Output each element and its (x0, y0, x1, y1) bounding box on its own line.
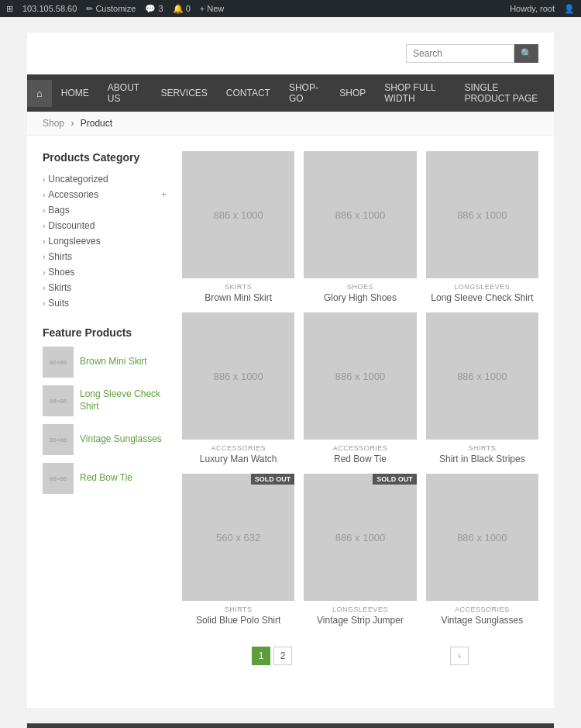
category-item[interactable]: › Uncategorized (43, 171, 167, 187)
product-image-3: 886 x 1000 (182, 312, 294, 440)
product-card-1[interactable]: 886 x 1000 SHOES Glory High Shoes (304, 151, 416, 303)
product-category-5: SHIRTS (426, 444, 538, 452)
site-wrapper: 🔍 ⌂ HOME ABOUT US SERVICES CONTACT SHOP-… (27, 33, 554, 708)
product-category-7: LONGSLEEVES (304, 606, 416, 613)
feature-item-1[interactable]: 86×86 Long Sleeve Check Shirt (43, 385, 167, 416)
search-button[interactable]: 🔍 (514, 44, 538, 63)
nav-shop-go[interactable]: SHOP-GO (280, 74, 330, 112)
product-card-6[interactable]: 560 x 632 SOLD OUT SHIRTS Solid Blue Pol… (182, 474, 294, 626)
nav-shop[interactable]: SHOP (330, 80, 375, 106)
nav-about[interactable]: ABOUT US (98, 74, 152, 112)
breadcrumb-shop[interactable]: Shop (43, 118, 64, 129)
product-card-4[interactable]: 886 x 1000 ACCESSORIES Red Bow Tie (304, 312, 416, 464)
product-name-4: Red Bow Tie (304, 454, 416, 464)
sidebar: Products Category › Uncategorized › Acce… (43, 151, 167, 677)
category-item[interactable]: › Accessories+ (43, 187, 167, 202)
sold-out-badge-6: SOLD OUT (251, 474, 295, 485)
feature-item-0[interactable]: 86×86 Brown Mini Skirt (43, 347, 167, 378)
product-category-3: ACCESSORIES (182, 444, 294, 452)
arrow-icon: › (43, 175, 45, 184)
arrow-icon: › (43, 237, 45, 246)
feature-thumb-0: 86×86 (43, 347, 74, 378)
pagination: 1 2 › (182, 635, 538, 677)
feature-title-1: Long Sleeve Check Shirt (80, 388, 167, 412)
site-footer: © Theme by Purethemes.net. All Rights Re… (27, 723, 554, 728)
home-nav-icon[interactable]: ⌂ (27, 80, 52, 107)
wp-icon: ⊞ (6, 4, 13, 14)
feature-item-3[interactable]: 86×86 Red Bow Tie (43, 463, 167, 494)
product-image-6: 560 x 632 SOLD OUT (182, 474, 294, 601)
product-card-5[interactable]: 886 x 1000 SHIRTS Shirt in Black Stripes (426, 312, 538, 464)
nav-services[interactable]: SERVICES (151, 80, 216, 106)
products-section: 886 x 1000 SKIRTS Brown Mini Skirt 886 x… (182, 151, 538, 677)
arrow-icon: › (43, 253, 45, 261)
arrow-icon: › (43, 206, 45, 215)
nav-contact[interactable]: CONTACT (217, 80, 280, 106)
products-grid: 886 x 1000 SKIRTS Brown Mini Skirt 886 x… (182, 151, 538, 626)
breadcrumb-separator: › (70, 118, 74, 129)
category-item[interactable]: › Longsleeves (43, 233, 167, 249)
next-page-btn[interactable]: › (450, 647, 469, 665)
nav-shop-full[interactable]: SHOP FULL WIDTH (375, 74, 455, 112)
arrow-icon: › (43, 191, 45, 199)
arrow-icon: › (43, 299, 45, 308)
product-name-7: Vintage Strip Jumper (304, 615, 416, 626)
main-nav: ⌂ HOME ABOUT US SERVICES CONTACT SHOP-GO… (27, 74, 554, 112)
product-name-3: Luxury Man Watch (182, 454, 294, 464)
category-item[interactable]: › Shirts (43, 249, 167, 264)
page-btn-2[interactable]: 2 (273, 647, 292, 665)
site-header: 🔍 (27, 33, 554, 74)
product-category-6: SHIRTS (182, 606, 294, 613)
feature-item-2[interactable]: 86×86 Vintage Sunglasses (43, 424, 167, 455)
feature-products: Feature Products 86×86 Brown Mini Skirt … (43, 326, 167, 494)
plus-icon: + (161, 189, 167, 200)
category-heading: Products Category (43, 151, 167, 164)
admin-bar: ⊞ 103.105.58.60 ✏ Customize 💬 3 🔔 0 + Ne… (0, 0, 581, 17)
category-item[interactable]: › Bags (43, 202, 167, 218)
main-content: Products Category › Uncategorized › Acce… (27, 136, 554, 692)
product-category-0: SKIRTS (182, 283, 294, 291)
product-card-8[interactable]: 886 x 1000 ACCESSORIES Vintage Sunglasse… (426, 474, 538, 626)
new-link[interactable]: + New (200, 4, 225, 13)
product-image-5: 886 x 1000 (426, 312, 538, 440)
product-name-5: Shirt in Black Stripes (426, 454, 538, 464)
product-card-3[interactable]: 886 x 1000 ACCESSORIES Luxury Man Watch (182, 312, 294, 464)
category-item[interactable]: › Shoes (43, 264, 167, 280)
nav-home[interactable]: HOME (52, 80, 98, 106)
product-image-7: 886 x 1000 SOLD OUT (304, 474, 416, 601)
product-card-2[interactable]: 886 x 1000 LONGSLEEVES Long Sleeve Check… (426, 151, 538, 303)
arrow-icon: › (43, 284, 45, 292)
updates-link[interactable]: 🔔 0 (173, 4, 191, 14)
product-card-0[interactable]: 886 x 1000 SKIRTS Brown Mini Skirt (182, 151, 294, 303)
product-name-8: Vintage Sunglasses (426, 615, 538, 626)
product-image-4: 886 x 1000 (304, 312, 416, 440)
product-name-1: Glory High Shoes (304, 292, 416, 303)
comments-link[interactable]: 💬 3 (145, 4, 163, 14)
product-category-4: ACCESSORIES (304, 444, 416, 452)
product-card-7[interactable]: 886 x 1000 SOLD OUT LONGSLEEVES Vintage … (304, 474, 416, 626)
customize-link[interactable]: ✏ Customize (86, 4, 136, 14)
product-image-1: 886 x 1000 (304, 151, 416, 278)
category-item[interactable]: › Suits (43, 295, 167, 311)
page-btn-1[interactable]: 1 (252, 647, 270, 665)
howdy-text: Howdy, root (510, 4, 555, 13)
feature-thumb-2: 86×86 (43, 424, 74, 455)
breadcrumb-current: Product (81, 118, 112, 129)
category-list: › Uncategorized › Accessories+ › Bags › … (43, 171, 167, 311)
product-name-2: Long Sleeve Check Shirt (426, 292, 538, 303)
category-item[interactable]: › Skirts (43, 280, 167, 295)
user-icon: 👤 (564, 4, 575, 14)
category-item[interactable]: › Discounted (43, 218, 167, 233)
site-url[interactable]: 103.105.58.60 (22, 4, 77, 13)
search-bar: 🔍 (406, 44, 538, 63)
breadcrumb: Shop › Product (27, 112, 554, 136)
nav-single-product[interactable]: SINGLE PRODUCT PAGE (455, 74, 554, 112)
search-input[interactable] (406, 44, 514, 63)
product-name-0: Brown Mini Skirt (182, 292, 294, 303)
feature-title-2: Vintage Sunglasses (80, 433, 162, 446)
feature-heading: Feature Products (43, 326, 167, 339)
product-category-2: LONGSLEEVES (426, 283, 538, 291)
feature-thumb-3: 86×86 (43, 463, 74, 494)
product-category-8: ACCESSORIES (426, 606, 538, 613)
feature-thumb-1: 86×86 (43, 385, 74, 416)
